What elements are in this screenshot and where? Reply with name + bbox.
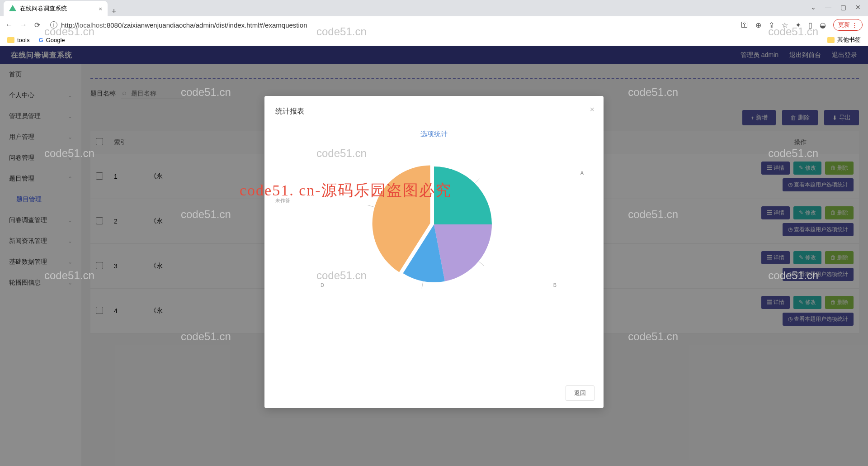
update-button[interactable]: 更新 ⋮ [833, 19, 863, 31]
pie-label-unanswered: 未作答 [275, 197, 290, 204]
modal-title: 统计报表 [275, 107, 593, 116]
extensions-icon[interactable]: ✦ [795, 21, 801, 29]
close-window-icon[interactable]: ✕ [855, 4, 861, 11]
url-text: http://localhost:8080/zaixianwenjuandiao… [61, 21, 307, 29]
pie-label-b: B [553, 282, 557, 288]
share-icon[interactable]: ⇪ [769, 21, 774, 29]
zoom-icon[interactable]: ⊕ [755, 21, 761, 29]
stats-modal: 统计报表 × 选项统计 A B D 未作答 返回 [264, 96, 604, 408]
tab-bar: 在线问卷调查系统 × + ⌄ — ▢ ✕ [0, 0, 868, 16]
profile-icon[interactable]: ◒ [820, 21, 826, 29]
return-button[interactable]: 返回 [566, 385, 594, 401]
app-root: 在线问卷调查系统 管理员 admin 退出到前台 退出登录 首页 个人中心⌄ 管… [0, 46, 868, 466]
reload-icon[interactable]: ⟳ [34, 21, 40, 29]
tab-close-icon[interactable]: × [99, 5, 102, 12]
maximize-icon[interactable]: ▢ [840, 4, 846, 11]
pie-label-d: D [321, 282, 324, 288]
url-field[interactable]: i http://localhost:8080/zaixianwenjuandi… [46, 19, 736, 31]
bookmark-google[interactable]: GGoogle [38, 37, 65, 43]
pie-slice [434, 166, 492, 224]
svg-line-1 [479, 262, 484, 266]
svg-line-2 [422, 281, 423, 289]
svg-line-0 [475, 178, 480, 183]
close-icon[interactable]: × [590, 105, 594, 114]
back-icon[interactable]: ← [5, 21, 13, 29]
bookmark-tools[interactable]: tools [7, 37, 29, 43]
browser-tab[interactable]: 在线问卷调查系统 × [4, 1, 108, 16]
bookmark-bar: tools GGoogle 其他书签 [0, 33, 868, 46]
url-bar: ← → ⟳ i http://localhost:8080/zaixianwen… [0, 16, 868, 33]
new-tab-button[interactable]: + [108, 7, 120, 16]
vue-favicon-icon [9, 5, 16, 12]
bookmark-star-icon[interactable]: ☆ [782, 21, 788, 29]
browser-chrome: 在线问卷调查系统 × + ⌄ — ▢ ✕ ← → ⟳ i http://loca… [0, 0, 868, 46]
window-controls: ⌄ — ▢ ✕ [803, 0, 868, 14]
bookmark-other[interactable]: 其他书签 [827, 36, 861, 44]
pie-label-a: A [580, 170, 584, 176]
key-icon[interactable]: ⚿ [741, 21, 748, 29]
chart-title: 选项统计 [275, 130, 593, 138]
folder-icon [7, 37, 14, 43]
minimize-icon[interactable]: — [825, 4, 831, 11]
forward-icon[interactable]: → [20, 21, 27, 29]
svg-line-3 [368, 205, 374, 207]
dropdown-icon[interactable]: ⌄ [811, 4, 816, 11]
folder-icon [827, 37, 835, 43]
tab-title: 在线问卷调查系统 [20, 5, 67, 13]
sidepanel-icon[interactable]: ▯ [808, 21, 812, 29]
pie-chart: A B D 未作答 [275, 157, 593, 292]
google-icon: G [38, 37, 43, 43]
site-info-icon[interactable]: i [50, 21, 57, 29]
